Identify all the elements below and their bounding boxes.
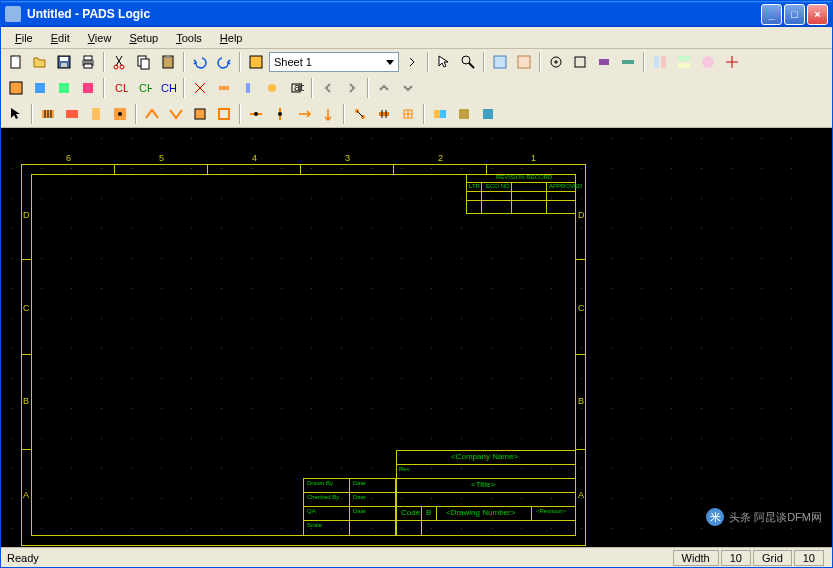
scale-label: Scale [307, 522, 322, 528]
sheet-dropdown[interactable]: Sheet 1 [269, 52, 399, 72]
undo-button[interactable] [189, 51, 211, 73]
tb3-c[interactable] [85, 103, 107, 125]
tb3-r[interactable] [477, 103, 499, 125]
tb3-h[interactable] [213, 103, 235, 125]
row-label: B [23, 396, 29, 406]
title-field: <Title> [471, 480, 495, 489]
cut-button[interactable] [109, 51, 131, 73]
col-label: 1 [531, 153, 536, 163]
tb2-c[interactable] [53, 77, 75, 99]
select-button[interactable] [433, 51, 455, 73]
tool-g-button[interactable] [649, 51, 671, 73]
tb2-a[interactable] [5, 77, 27, 99]
svg-text:ab: ab [294, 81, 304, 93]
svg-text:米: 米 [710, 511, 721, 523]
tb2-f[interactable]: CH [133, 77, 155, 99]
tb3-p[interactable] [429, 103, 451, 125]
tool-i-button[interactable] [697, 51, 719, 73]
tb3-m[interactable] [349, 103, 371, 125]
print-button[interactable] [77, 51, 99, 73]
statusbar: Ready Width 10 Grid 10 [1, 547, 832, 567]
svg-rect-54 [483, 109, 493, 119]
date-label: Date [353, 480, 366, 486]
row-label: B [578, 396, 584, 406]
minimize-button[interactable]: _ [761, 4, 782, 25]
new-button[interactable] [5, 51, 27, 73]
schematic-canvas[interactable]: 6 5 4 3 2 1 D C B A D C B A [1, 128, 832, 547]
tb3-j[interactable] [269, 103, 291, 125]
tb3-q[interactable] [453, 103, 475, 125]
tb3-d[interactable] [109, 103, 131, 125]
svg-rect-29 [83, 83, 93, 93]
svg-text:CL: CL [115, 82, 128, 94]
tb2-k[interactable] [261, 77, 283, 99]
col-label: 2 [438, 153, 443, 163]
svg-rect-44 [219, 109, 229, 119]
dropdown-arrow-icon [386, 60, 394, 65]
row-label: C [578, 303, 585, 313]
tool-f-button[interactable] [617, 51, 639, 73]
tb2-j[interactable] [237, 77, 259, 99]
col-label: 4 [252, 153, 257, 163]
row-label: D [578, 210, 585, 220]
watermark: 米 头条 阿昆谈DFM网 [705, 507, 822, 527]
svg-rect-13 [250, 56, 262, 68]
copy-button[interactable] [133, 51, 155, 73]
menu-tools[interactable]: Tools [168, 30, 210, 46]
tb2-arrow-left[interactable] [317, 77, 339, 99]
tb3-k[interactable] [293, 103, 315, 125]
menu-file[interactable]: File [7, 30, 41, 46]
menu-help[interactable]: Help [212, 30, 251, 46]
window-title: Untitled - PADS Logic [27, 7, 761, 21]
tb2-arrow-right[interactable] [341, 77, 363, 99]
code-label: Code [401, 508, 420, 517]
tb3-f[interactable] [165, 103, 187, 125]
svg-rect-51 [434, 110, 440, 118]
tb2-arrow-up[interactable] [373, 77, 395, 99]
tool-a-button[interactable] [489, 51, 511, 73]
tb3-a[interactable] [37, 103, 59, 125]
tb2-g[interactable]: CHI [157, 77, 179, 99]
date-label2: Date [353, 494, 366, 500]
close-button[interactable]: × [807, 4, 828, 25]
tb2-l[interactable]: ab [285, 77, 307, 99]
tb3-o[interactable] [397, 103, 419, 125]
tool-j-button[interactable] [721, 51, 743, 73]
tb2-arrow-down[interactable] [397, 77, 419, 99]
tb3-i[interactable] [245, 103, 267, 125]
tb3-n[interactable] [373, 103, 395, 125]
tb3-g[interactable] [189, 103, 211, 125]
svg-point-46 [278, 112, 282, 116]
svg-text:CH: CH [139, 82, 152, 94]
tool-d-button[interactable] [569, 51, 591, 73]
tb3-l[interactable] [317, 103, 339, 125]
menu-view[interactable]: View [80, 30, 120, 46]
sheet-nav-button[interactable] [401, 51, 423, 73]
tb2-d[interactable] [77, 77, 99, 99]
tool-c-button[interactable] [545, 51, 567, 73]
paste-button[interactable] [157, 51, 179, 73]
maximize-button[interactable]: □ [784, 4, 805, 25]
tool-b-button[interactable] [513, 51, 535, 73]
svg-rect-28 [59, 83, 69, 93]
tb2-e[interactable]: CL [109, 77, 131, 99]
menu-edit[interactable]: Edit [43, 30, 78, 46]
sheet-label: Sheet 1 [274, 56, 312, 68]
save-button[interactable] [53, 51, 75, 73]
tool-e-button[interactable] [593, 51, 615, 73]
tool-h-button[interactable] [673, 51, 695, 73]
tb3-e[interactable] [141, 103, 163, 125]
col-label: 6 [66, 153, 71, 163]
zoom-button[interactable] [457, 51, 479, 73]
tb3-b[interactable] [61, 103, 83, 125]
svg-rect-40 [92, 108, 100, 120]
tb2-b[interactable] [29, 77, 51, 99]
tb2-h[interactable] [189, 77, 211, 99]
redo-button[interactable] [213, 51, 235, 73]
sheet-icon[interactable] [245, 51, 267, 73]
tb2-i[interactable] [213, 77, 235, 99]
rev-header: REVISION RECORD [496, 174, 552, 180]
tb3-cursor[interactable] [5, 103, 27, 125]
open-button[interactable] [29, 51, 51, 73]
menu-setup[interactable]: Setup [121, 30, 166, 46]
